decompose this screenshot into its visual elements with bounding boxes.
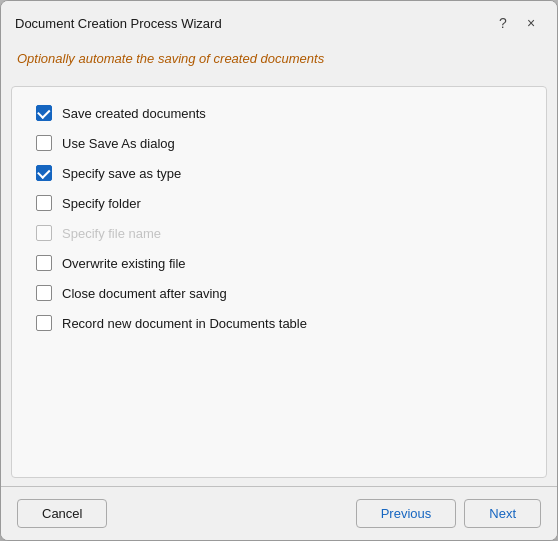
checkbox-row-specify-save-type: Specify save as type (36, 165, 522, 181)
close-after-label: Close document after saving (62, 286, 227, 301)
help-button[interactable]: ? (491, 11, 515, 35)
next-button[interactable]: Next (464, 499, 541, 528)
specify-folder-checkbox-wrapper[interactable]: Specify folder (36, 195, 141, 211)
checkbox-row-save-created: Save created documents (36, 105, 522, 121)
specify-folder-label: Specify folder (62, 196, 141, 211)
checkbox-row-specify-filename: Specify file name (36, 225, 522, 241)
record-in-table-checkbox[interactable] (36, 315, 52, 331)
footer: Cancel Previous Next (1, 487, 557, 540)
save-created-checkbox-wrapper[interactable]: Save created documents (36, 105, 206, 121)
save-created-checkbox[interactable] (36, 105, 52, 121)
specify-filename-label: Specify file name (62, 226, 161, 241)
footer-left: Cancel (17, 499, 107, 528)
close-button[interactable]: × (519, 11, 543, 35)
use-save-as-checkbox[interactable] (36, 135, 52, 151)
record-in-table-label: Record new document in Documents table (62, 316, 307, 331)
record-in-table-checkbox-wrapper[interactable]: Record new document in Documents table (36, 315, 307, 331)
subtitle: Optionally automate the saving of create… (1, 43, 557, 76)
specify-save-type-checkbox[interactable] (36, 165, 52, 181)
use-save-as-label: Use Save As dialog (62, 136, 175, 151)
title-bar-right: ? × (491, 11, 543, 35)
cancel-button[interactable]: Cancel (17, 499, 107, 528)
save-created-label: Save created documents (62, 106, 206, 121)
checkbox-row-overwrite: Overwrite existing file (36, 255, 522, 271)
specify-folder-checkbox[interactable] (36, 195, 52, 211)
specify-save-type-checkbox-wrapper[interactable]: Specify save as type (36, 165, 181, 181)
overwrite-label: Overwrite existing file (62, 256, 186, 271)
footer-right: Previous Next (356, 499, 541, 528)
specify-save-type-label: Specify save as type (62, 166, 181, 181)
specify-filename-checkbox (36, 225, 52, 241)
checkbox-row-use-save-as: Use Save As dialog (36, 135, 522, 151)
title-bar-left: Document Creation Process Wizard (15, 16, 222, 31)
dialog-title: Document Creation Process Wizard (15, 16, 222, 31)
specify-filename-checkbox-wrapper: Specify file name (36, 225, 161, 241)
checkbox-row-close-after: Close document after saving (36, 285, 522, 301)
overwrite-checkbox-wrapper[interactable]: Overwrite existing file (36, 255, 186, 271)
close-after-checkbox-wrapper[interactable]: Close document after saving (36, 285, 227, 301)
overwrite-checkbox[interactable] (36, 255, 52, 271)
close-after-checkbox[interactable] (36, 285, 52, 301)
document-creation-wizard: Document Creation Process Wizard ? × Opt… (0, 0, 558, 541)
title-bar: Document Creation Process Wizard ? × (1, 1, 557, 43)
use-save-as-checkbox-wrapper[interactable]: Use Save As dialog (36, 135, 175, 151)
content-area: Save created documents Use Save As dialo… (11, 86, 547, 478)
previous-button[interactable]: Previous (356, 499, 457, 528)
checkbox-row-specify-folder: Specify folder (36, 195, 522, 211)
checkbox-row-record-in-table: Record new document in Documents table (36, 315, 522, 331)
